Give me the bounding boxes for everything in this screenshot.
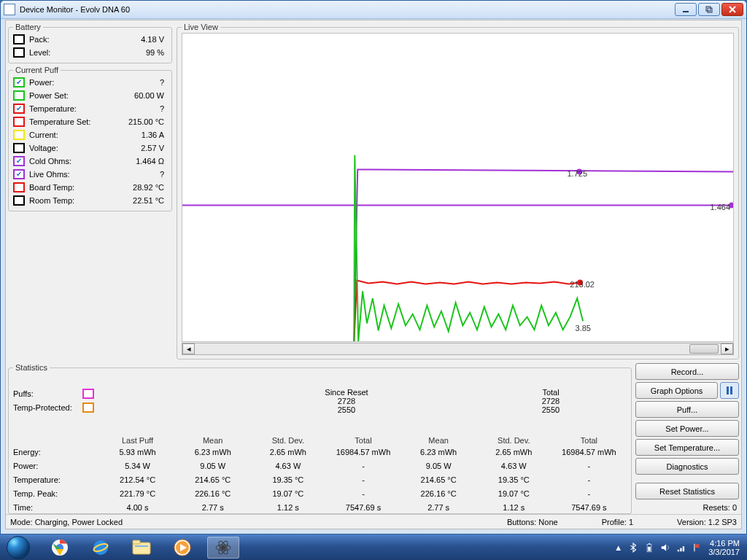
puff-row: Voltage:2.57 V [13, 141, 167, 155]
battery-checkbox[interactable] [13, 47, 25, 58]
stats-cell: 2.77 s [401, 503, 476, 512]
battery-label: Pack: [29, 35, 109, 44]
puff-checkbox[interactable] [13, 195, 25, 206]
svg-rect-15 [135, 545, 148, 547]
stats-cell: 6.23 mWh [401, 448, 476, 456]
scroll-right-button[interactable]: ▸ [721, 343, 733, 354]
tray-date: 3/3/2017 [708, 548, 740, 556]
col-std2: Std. Dev. [476, 436, 551, 445]
battery-value: 99 % [109, 48, 167, 57]
puffs-tot: 2728 [449, 397, 653, 405]
stats-cell: 6.23 mWh [175, 448, 250, 456]
tempprot-label: Temp-Protected: [13, 403, 82, 412]
puff-row: Board Temp:28.92 °C [13, 181, 167, 194]
maximize-button[interactable] [698, 3, 720, 16]
puff-checkbox[interactable] [13, 182, 25, 192]
taskbar-media-player-icon[interactable] [166, 537, 198, 559]
stats-row-name: Power: [13, 462, 82, 470]
client-area: Battery Pack:4.18 VLevel:99 % Current Pu… [5, 20, 742, 529]
titlebar[interactable]: Device Monitor - Evolv DNA 60 [1, 1, 746, 19]
puff-checkbox[interactable] [13, 130, 25, 140]
puff-checkbox[interactable] [13, 143, 25, 153]
puff-checkbox[interactable] [13, 156, 25, 166]
system-tray[interactable]: ▲ 4:16 PM 3/3/2017 [614, 539, 743, 556]
tray-volume-icon[interactable] [660, 542, 670, 553]
puff-row: Room Temp:22.51 °C [13, 194, 167, 207]
taskbar-chrome-icon[interactable] [44, 537, 76, 559]
close-button[interactable] [721, 3, 743, 16]
col-mean1: Mean [175, 436, 250, 445]
live-chart: 1.725 1.464 213.02 3.85 [182, 33, 734, 342]
tray-flag-icon[interactable] [692, 542, 703, 553]
set-power-button[interactable]: Set Power... [635, 420, 739, 437]
start-button[interactable] [1, 536, 35, 559]
taskbar-ie-icon[interactable] [85, 537, 117, 559]
puff-button[interactable]: Puff... [635, 401, 739, 418]
stats-cell: 7547.69 s [325, 503, 400, 512]
stats-cell: 214.65 °C [401, 475, 476, 484]
status-profile: Profile: 1 [602, 518, 633, 526]
tray-chevron-up-icon[interactable]: ▲ [614, 543, 622, 552]
puff-checkbox[interactable] [13, 104, 25, 114]
stats-cell: 1.12 s [476, 503, 551, 512]
set-temperature-button[interactable]: Set Temperature... [635, 439, 739, 456]
taskbar[interactable]: ▲ 4:16 PM 3/3/2017 [0, 534, 747, 560]
puff-checkbox[interactable] [13, 77, 25, 88]
svg-rect-25 [649, 543, 650, 544]
puff-value: ? [109, 170, 167, 179]
scroll-left-button[interactable]: ◂ [182, 343, 195, 354]
status-buttons: Buttons: None [507, 518, 558, 526]
taskbar-explorer-icon[interactable] [125, 537, 158, 559]
puff-row: Live Ohms:? [13, 168, 167, 181]
stats-cell: 5.34 W [100, 462, 175, 470]
puff-row: Power:? [13, 76, 167, 89]
pause-button[interactable] [720, 382, 739, 399]
battery-checkbox[interactable] [13, 34, 25, 44]
puff-label: Current: [29, 131, 109, 139]
stats-row-name: Energy: [13, 448, 82, 456]
live-scrollbar[interactable]: ◂ ▸ [182, 343, 734, 355]
puff-value: 215.00 °C [109, 117, 167, 126]
puff-row: Cold Ohms:1.464 Ω [13, 155, 167, 168]
svg-rect-14 [133, 540, 140, 544]
tray-battery-icon[interactable] [644, 542, 654, 553]
window-title: Device Monitor - Evolv DNA 60 [20, 5, 130, 14]
tray-clock[interactable]: 4:16 PM 3/3/2017 [708, 539, 743, 556]
stats-cell: 16984.57 mWh [325, 448, 400, 456]
tray-bluetooth-icon[interactable] [628, 542, 638, 553]
stats-row-name: Time: [13, 503, 82, 512]
taskbar-app-icon[interactable] [207, 537, 239, 559]
puff-checkbox[interactable] [13, 169, 25, 179]
status-version: Version: 1.2 SP3 [677, 518, 737, 526]
record-button[interactable]: Record... [635, 363, 739, 380]
annot-temperature: 213.02 [570, 280, 595, 289]
puff-checkbox[interactable] [13, 117, 25, 127]
svg-rect-30 [694, 543, 695, 551]
puff-checkbox[interactable] [13, 90, 25, 101]
stats-cell: 9.05 W [175, 462, 250, 470]
tempprot-checkbox[interactable] [82, 402, 94, 413]
diagnostics-button[interactable]: Diagnostics [635, 458, 739, 475]
stats-cell: 19.07 °C [250, 489, 325, 498]
reset-statistics-button[interactable]: Reset Statistics [635, 483, 739, 499]
status-bar: Mode: Charging, Power Locked Buttons: No… [6, 514, 741, 529]
scroll-thumb[interactable] [689, 344, 719, 354]
stats-cell: 2.65 mWh [250, 448, 325, 456]
puff-row: Temperature:? [13, 102, 167, 115]
tray-network-icon[interactable] [676, 542, 686, 553]
stats-cell: - [325, 489, 400, 498]
stats-cell: 5.93 mWh [100, 448, 175, 456]
tp-tot: 2550 [449, 405, 653, 414]
puff-value: 22.51 °C [109, 196, 167, 205]
statistics-legend: Statistics [13, 363, 50, 372]
stats-cell: 4.63 W [250, 462, 325, 470]
stats-cell: 226.16 °C [401, 489, 476, 498]
battery-row: Level:99 % [13, 46, 167, 59]
minimize-button[interactable] [675, 3, 697, 16]
graph-options-button[interactable]: Graph Options [635, 382, 718, 399]
puffs-checkbox[interactable] [82, 389, 94, 399]
svg-rect-2 [708, 8, 712, 12]
col-mean2: Mean [401, 436, 476, 445]
battery-label: Level: [29, 48, 109, 57]
puff-label: Voltage: [29, 144, 109, 152]
